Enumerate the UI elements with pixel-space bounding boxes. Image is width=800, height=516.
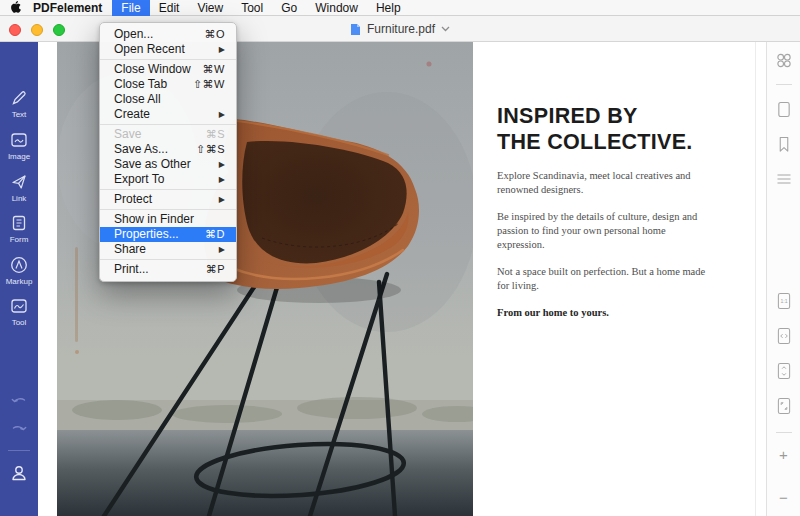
page-paragraph-1: Explore Scandinavia, meet local creative…	[497, 169, 707, 197]
menu-separator	[100, 59, 236, 60]
menu-item-save: Save ⌘S	[100, 127, 236, 142]
menu-item-print[interactable]: Print... ⌘P	[100, 262, 236, 277]
menu-item-save-as-other[interactable]: Save as Other ▶	[100, 157, 236, 172]
macos-menu-bar: PDFelement File Edit View Tool Go Window…	[0, 0, 800, 16]
fit-width-icon	[776, 327, 791, 345]
page-right-edge	[755, 42, 756, 516]
actual-size-button[interactable]: 1:1	[776, 292, 791, 314]
tool-icon	[9, 296, 29, 316]
svg-text:1:1: 1:1	[780, 298, 787, 304]
sidebar-item-form[interactable]: Form	[0, 213, 38, 244]
fit-page-button[interactable]	[776, 362, 791, 384]
submenu-arrow-icon: ▶	[219, 172, 225, 187]
form-icon	[9, 213, 29, 233]
apple-logo-icon[interactable]	[10, 1, 21, 14]
menubar-item-window[interactable]: Window	[306, 0, 367, 16]
menu-item-open-recent[interactable]: Open Recent ▶	[100, 42, 236, 57]
zoom-in-button[interactable]: +	[779, 447, 788, 462]
sidebar-divider	[8, 450, 30, 451]
sidebar-item-tool[interactable]: Tool	[0, 296, 38, 327]
menu-item-protect[interactable]: Protect ▶	[100, 192, 236, 207]
menu-separator	[100, 124, 236, 125]
page-heading: INSPIRED BY THE COLLECTIVE.	[497, 103, 707, 155]
bookmark-panel-button[interactable]	[776, 136, 791, 157]
thumbnail-panel-button[interactable]	[775, 52, 792, 73]
menu-separator	[100, 209, 236, 210]
menubar-item-help[interactable]: Help	[367, 0, 410, 16]
pdf-file-icon	[350, 23, 361, 36]
menu-item-close-window[interactable]: Close Window ⌘W	[100, 62, 236, 77]
fit-page-icon	[776, 362, 791, 380]
actual-size-icon: 1:1	[776, 292, 791, 310]
redo-icon	[9, 420, 29, 438]
pdf-page-text: INSPIRED BY THE COLLECTIVE. Explore Scan…	[497, 103, 707, 333]
menubar-item-tool[interactable]: Tool	[232, 0, 272, 16]
submenu-arrow-icon: ▶	[219, 107, 225, 122]
undo-button[interactable]	[0, 392, 38, 410]
account-button[interactable]	[0, 462, 38, 484]
right-view-panel: 1:1 +	[766, 42, 800, 516]
fullscreen-icon	[776, 397, 791, 415]
page-paragraph-closing: From our home to yours.	[497, 306, 707, 320]
menubar-item-view[interactable]: View	[188, 0, 232, 16]
user-icon	[8, 462, 30, 484]
image-icon	[9, 130, 29, 150]
submenu-arrow-icon: ▶	[219, 42, 225, 57]
menu-item-export-to[interactable]: Export To ▶	[100, 172, 236, 187]
menu-item-properties[interactable]: Properties... ⌘D	[100, 227, 236, 242]
grid-icon	[775, 52, 792, 69]
sidebar-item-image[interactable]: Image	[0, 130, 38, 161]
undo-icon	[9, 392, 29, 410]
menu-separator	[100, 259, 236, 260]
panel-divider	[776, 84, 792, 85]
tab-title: Furniture.pdf	[367, 22, 435, 36]
submenu-arrow-icon: ▶	[219, 157, 225, 172]
panel-divider	[776, 432, 792, 433]
tab-chevron-down-icon[interactable]	[441, 26, 450, 32]
menubar-item-go[interactable]: Go	[272, 0, 306, 16]
menu-item-share[interactable]: Share ▶	[100, 242, 236, 257]
redo-button[interactable]	[0, 420, 38, 438]
sidebar-item-markup[interactable]: Markup	[0, 255, 38, 286]
list-lines-icon	[776, 172, 792, 186]
menu-item-create[interactable]: Create ▶	[100, 107, 236, 122]
annotation-list-button[interactable]	[776, 172, 792, 190]
menu-item-close-tab[interactable]: Close Tab ⇧⌘W	[100, 77, 236, 92]
page-paragraph-3: Not a space built on perfection. But a h…	[497, 265, 707, 293]
menubar-item-edit[interactable]: Edit	[150, 0, 189, 16]
menu-app-name[interactable]: PDFelement	[33, 1, 102, 15]
sidebar-item-text[interactable]: Text	[0, 88, 38, 119]
menu-item-open[interactable]: Open... ⌘O	[100, 27, 236, 42]
pencil-icon	[9, 88, 29, 108]
menu-separator	[100, 189, 236, 190]
menu-item-save-as[interactable]: Save As... ⇧⌘S	[100, 142, 236, 157]
fullscreen-button[interactable]	[776, 397, 791, 419]
zoom-out-button[interactable]: −	[779, 490, 788, 505]
menu-item-show-in-finder[interactable]: Show in Finder	[100, 212, 236, 227]
submenu-arrow-icon: ▶	[219, 192, 225, 207]
fit-width-button[interactable]	[776, 327, 791, 349]
submenu-arrow-icon: ▶	[219, 242, 225, 257]
left-tool-sidebar: Text Image Link	[0, 42, 38, 516]
menu-item-close-all[interactable]: Close All	[100, 92, 236, 107]
menubar-item-file[interactable]: File	[112, 0, 149, 16]
pdfelement-window: PDFelement File Edit View Tool Go Window…	[0, 0, 800, 516]
page-paragraph-2: Be inspired by the details of culture, d…	[497, 210, 707, 252]
page-icon	[776, 101, 791, 118]
page-panel-button[interactable]	[776, 101, 791, 122]
bookmark-icon	[776, 136, 791, 153]
file-menu-dropdown: Open... ⌘O Open Recent ▶ Close Window ⌘W…	[99, 22, 237, 282]
sidebar-item-link[interactable]: Link	[0, 172, 38, 203]
paper-plane-icon	[9, 172, 29, 192]
markup-pen-icon	[9, 255, 29, 275]
